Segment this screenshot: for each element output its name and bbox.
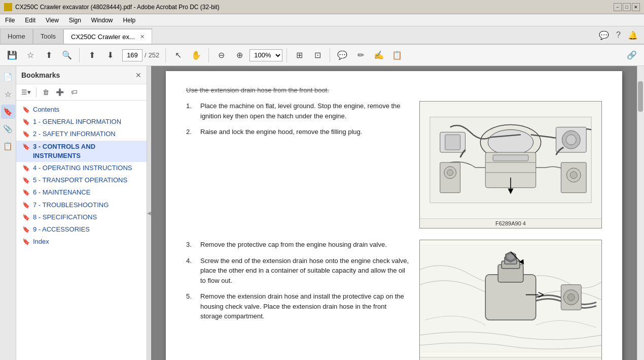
step-text-5: Remove the extension drain hose and inst… bbox=[200, 291, 409, 321]
tab-close-button[interactable]: ✕ bbox=[140, 34, 145, 40]
titlebar-controls[interactable]: − □ ✕ bbox=[614, 3, 640, 11]
bookmark-item-2[interactable]: 🔖 2 - SAFETY INFORMATION bbox=[16, 128, 147, 140]
bookmark-tag-button[interactable]: 🏷 bbox=[68, 86, 80, 99]
stamp-icon: 📋 bbox=[392, 50, 402, 60]
menu-window[interactable]: Window bbox=[88, 16, 116, 25]
bookmark-item-4[interactable]: 🔖 4 - OPERATING INSTRUCTIONS bbox=[16, 162, 147, 174]
bookmark-expand-button[interactable]: ☰▾ bbox=[19, 86, 33, 99]
minimize-button[interactable]: − bbox=[614, 3, 622, 11]
list-item-3: 3. Remove the protective cap from the en… bbox=[186, 240, 409, 250]
figure-1-image bbox=[420, 102, 601, 218]
bookmark-item-10[interactable]: 🔖 Index bbox=[16, 236, 147, 248]
sidebar-icon-bookmarks-active[interactable]: 🔖 bbox=[1, 105, 15, 119]
tab-document[interactable]: CX250C Crawler ex... ✕ bbox=[63, 28, 152, 44]
separator-4 bbox=[287, 48, 287, 62]
bookmarks-title: Bookmarks bbox=[21, 71, 60, 79]
fit-page-button[interactable]: ⊞ bbox=[291, 47, 307, 63]
bookmark-new-button[interactable]: ➕ bbox=[54, 86, 66, 99]
figure-1-caption: F6289A90 4 bbox=[420, 218, 601, 228]
menu-sign[interactable]: Sign bbox=[66, 16, 84, 25]
main-area: 📄 ☆ 🔖 📎 📋 Bookmarks ✕ ☰▾ 🗑 ➕ 🏷 🔖 Content… bbox=[0, 66, 644, 360]
sidebar-icon-strip: 📄 ☆ 🔖 📎 📋 bbox=[0, 66, 16, 360]
highlight-icon: ✏ bbox=[357, 50, 364, 60]
select-tool-button[interactable]: ↖ bbox=[170, 47, 186, 63]
step-text-3: Remove the protective cap from the engin… bbox=[200, 240, 387, 250]
bookmark-icon-9: 🔖 bbox=[22, 226, 30, 233]
bookmark-icon-7: 🔖 bbox=[22, 202, 30, 209]
bookmark-icon-4: 🔖 bbox=[22, 165, 30, 172]
menu-view[interactable]: View bbox=[43, 16, 62, 25]
bookmark-delete-button[interactable]: 🗑 bbox=[40, 86, 52, 99]
find-button[interactable]: 🔍 bbox=[59, 47, 75, 63]
bookmark-item-6[interactable]: 🔖 6 - MAINTENANCE bbox=[16, 186, 147, 199]
bookmarks-close-button[interactable]: ✕ bbox=[135, 71, 141, 79]
comments-icon[interactable]: 💬 bbox=[599, 30, 609, 40]
zoom-level-select[interactable]: 100% 75% 125% 150% bbox=[249, 49, 282, 61]
right-scrollbar[interactable] bbox=[637, 66, 644, 360]
maximize-button[interactable]: □ bbox=[623, 3, 631, 11]
next-page-button[interactable]: ⬇ bbox=[102, 47, 118, 63]
next-page-icon: ⬇ bbox=[107, 50, 114, 60]
scrollbar-thumb[interactable] bbox=[638, 81, 643, 112]
separator-1 bbox=[79, 48, 80, 62]
step-num-2: 2. bbox=[186, 127, 196, 137]
zoom-in-icon: ⊕ bbox=[236, 50, 243, 60]
bookmark-item-3[interactable]: 🔖 3 - CONTROLS AND INSTRUMENTS bbox=[16, 141, 147, 162]
prev-page-button[interactable]: ⬆ bbox=[84, 47, 100, 63]
tab-tools-label: Tools bbox=[41, 32, 56, 40]
prev-page-icon: ⬆ bbox=[89, 50, 95, 60]
svg-point-20 bbox=[570, 172, 577, 179]
menu-file[interactable]: File bbox=[2, 16, 18, 25]
zoom-in-button[interactable]: ⊕ bbox=[231, 47, 247, 63]
fit-width-button[interactable]: ⊡ bbox=[309, 47, 326, 63]
bookmark-icon: ☆ bbox=[27, 50, 34, 60]
notifications-icon[interactable]: 🔔 bbox=[628, 30, 638, 40]
step-num-4: 4. bbox=[186, 256, 196, 286]
bookmark-icon-5: 🔖 bbox=[22, 177, 30, 184]
page-number-input[interactable] bbox=[122, 49, 142, 61]
figure-2-image bbox=[420, 240, 601, 357]
bookmark-icon-8: 🔖 bbox=[22, 214, 30, 221]
bookmark-label-contents: Contents bbox=[33, 105, 59, 114]
sidebar-icon-bookmarks[interactable]: ☆ bbox=[1, 87, 15, 102]
tab-tools[interactable]: Tools bbox=[33, 28, 63, 44]
save-icon: 💾 bbox=[7, 50, 17, 60]
bookmark-add-button[interactable]: ☆ bbox=[22, 47, 39, 63]
list-item-1: 1. Place the machine on flat, level grou… bbox=[186, 101, 409, 121]
highlight-button[interactable]: ✏ bbox=[352, 47, 369, 63]
bookmarks-header: Bookmarks ✕ bbox=[16, 66, 147, 84]
svg-point-30 bbox=[567, 294, 575, 301]
panel-resize-handle[interactable]: ◀ bbox=[147, 66, 151, 360]
menu-edit[interactable]: Edit bbox=[22, 16, 39, 25]
content-right-top: F6289A90 4 bbox=[419, 101, 602, 234]
draw-button[interactable]: ✍ bbox=[371, 47, 387, 63]
bookmark-item-9[interactable]: 🔖 9 - ACCESSORIES bbox=[16, 223, 147, 236]
save-button[interactable]: 💾 bbox=[4, 47, 20, 63]
sidebar-icon-file[interactable]: 📄 bbox=[1, 70, 15, 84]
bookmark-item-5[interactable]: 🔖 5 - TRANSPORT OPERATIONS bbox=[16, 174, 147, 186]
sidebar-icon-attachments[interactable]: 📎 bbox=[1, 122, 15, 136]
tab-home[interactable]: Home bbox=[0, 28, 33, 44]
titlebar-title: CX250C Crawler excavator (48028444).pdf … bbox=[15, 4, 220, 11]
pdf-viewer[interactable]: Use the extension drain hose from the fr… bbox=[151, 66, 637, 360]
upload-button[interactable]: ⬆ bbox=[41, 47, 57, 63]
hand-tool-button[interactable]: ✋ bbox=[188, 47, 204, 63]
comment-button[interactable]: 💬 bbox=[334, 47, 350, 63]
page-navigation: / 252 bbox=[122, 49, 159, 61]
zoom-out-button[interactable]: ⊖ bbox=[213, 47, 229, 63]
figure-2: vd9eed-002 bbox=[419, 240, 602, 360]
bookmark-icon-contents: 🔖 bbox=[22, 106, 30, 113]
menu-help[interactable]: Help bbox=[120, 16, 139, 25]
step-num-3: 3. bbox=[186, 240, 196, 250]
bookmark-contents[interactable]: 🔖 Contents bbox=[16, 104, 147, 116]
bookmark-item-7[interactable]: 🔖 7 - TROUBLESHOOTING bbox=[16, 199, 147, 211]
bookmark-label-1: 1 - GENERAL INFORMATION bbox=[33, 117, 121, 126]
total-pages: 252 bbox=[149, 51, 160, 59]
bookmark-item-8[interactable]: 🔖 8 - SPECIFICATIONS bbox=[16, 211, 147, 223]
sidebar-icon-layers[interactable]: 📋 bbox=[1, 139, 15, 153]
help-icon[interactable]: ? bbox=[616, 30, 621, 40]
attach-button[interactable]: 🔗 bbox=[624, 47, 640, 63]
stamp-button[interactable]: 📋 bbox=[389, 47, 405, 63]
close-button[interactable]: ✕ bbox=[632, 3, 640, 11]
bookmark-item-1[interactable]: 🔖 1 - GENERAL INFORMATION bbox=[16, 116, 147, 128]
